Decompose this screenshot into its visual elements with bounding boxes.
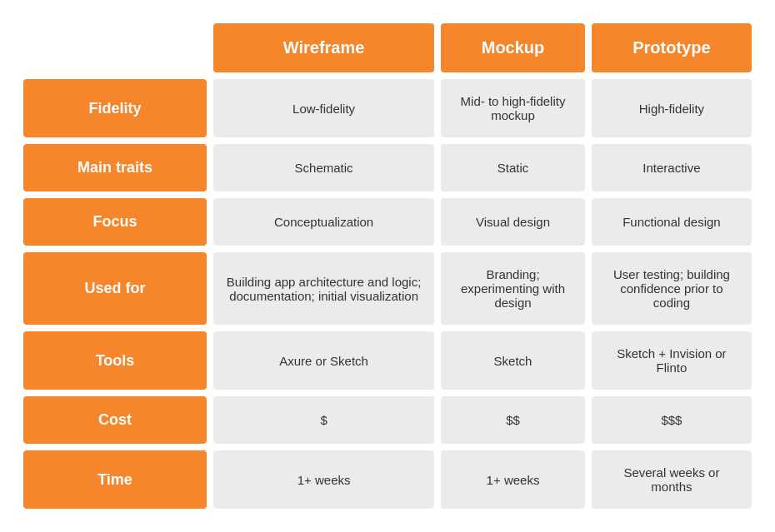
cell-4-2: Sketch + Invision or Flinto: [592, 331, 752, 390]
cell-1-1: Static: [441, 144, 585, 191]
cell-0-0: Low-fidelity: [213, 79, 434, 137]
row-label-4: Tools: [23, 331, 207, 390]
header-prototype: Prototype: [592, 23, 752, 72]
cell-0-1: Mid- to high-fidelity mockup: [441, 79, 585, 137]
row-label-3: Used for: [23, 252, 207, 325]
cell-1-0: Schematic: [213, 144, 434, 191]
cell-6-2: Several weeks or months: [592, 450, 752, 509]
row-label-1: Main traits: [23, 144, 207, 191]
cell-3-2: User testing; building confidence prior …: [592, 252, 752, 325]
cell-6-0: 1+ weeks: [213, 450, 434, 509]
cell-2-1: Visual design: [441, 198, 585, 246]
cell-0-2: High-fidelity: [592, 79, 752, 137]
cell-1-2: Interactive: [592, 144, 752, 191]
cell-3-0: Building app architecture and logic; doc…: [213, 252, 434, 325]
row-label-6: Time: [23, 450, 207, 509]
header-wireframe: Wireframe: [213, 23, 434, 72]
row-label-2: Focus: [23, 198, 207, 246]
table-row: Main traitsSchematicStaticInteractive: [23, 144, 752, 191]
cell-4-1: Sketch: [441, 331, 585, 390]
cell-5-2: $$$: [592, 396, 752, 444]
comparison-table: Wireframe Mockup Prototype FidelityLow-f…: [17, 17, 758, 515]
cell-2-0: Conceptualization: [213, 198, 434, 246]
table-row: Time1+ weeks1+ weeksSeveral weeks or mon…: [23, 450, 752, 509]
header-mockup: Mockup: [441, 23, 585, 72]
table-row: FocusConceptualizationVisual designFunct…: [23, 198, 752, 246]
cell-6-1: 1+ weeks: [441, 450, 585, 509]
table-row: FidelityLow-fidelityMid- to high-fidelit…: [23, 79, 752, 137]
table-row: Cost$$$$$$: [23, 396, 752, 444]
cell-2-2: Functional design: [592, 198, 752, 246]
table-container: Wireframe Mockup Prototype FidelityLow-f…: [8, 0, 767, 532]
cell-3-1: Branding; experimenting with design: [441, 252, 585, 325]
cell-5-1: $$: [441, 396, 585, 444]
row-label-5: Cost: [23, 396, 207, 444]
table-row: Used forBuilding app architecture and lo…: [23, 252, 752, 325]
cell-4-0: Axure or Sketch: [213, 331, 434, 390]
cell-5-0: $: [213, 396, 434, 444]
corner-cell: [23, 23, 207, 72]
table-row: ToolsAxure or SketchSketchSketch + Invis…: [23, 331, 752, 390]
row-label-0: Fidelity: [23, 79, 207, 137]
